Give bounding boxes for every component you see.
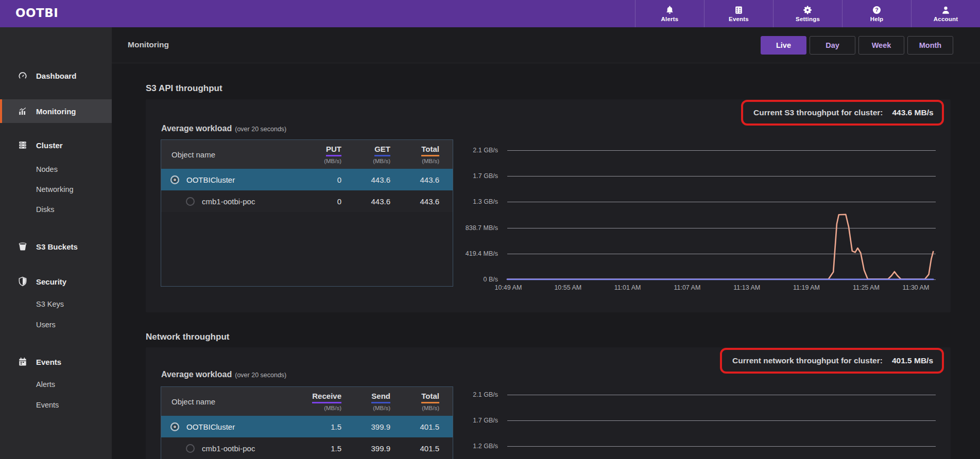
- bell-icon: [665, 5, 675, 15]
- sidebar-item-events-group[interactable]: Events: [0, 350, 112, 374]
- column-unit: (MB/s): [373, 158, 390, 164]
- network-workload-table: Object nameReceive(MB/s)Send(MB/s)Total(…: [161, 386, 453, 459]
- ootbi-logo: OOTBI: [15, 6, 58, 20]
- gauge-icon: [18, 70, 28, 81]
- nav-item-help[interactable]: ?Help: [842, 0, 911, 27]
- s3-x-tick-label: 11:25 AM: [853, 284, 880, 291]
- network-row-cmb1-ootbi-poc[interactable]: cmb1-ootbi-poc1.5399.9401.5: [161, 437, 453, 459]
- sidebar-item-s3-buckets[interactable]: S3 Buckets: [0, 235, 112, 258]
- bucket-icon: [18, 241, 28, 252]
- topbar: Monitoring LiveDayWeekMonth: [112, 27, 980, 63]
- column-receive[interactable]: Receive(MB/s): [306, 392, 355, 411]
- network-current-throughput-badge: Current network throughput for cluster: …: [720, 348, 944, 374]
- s3-y-tick-label: 1.3 GB/s: [435, 198, 498, 205]
- sidebar-item-events-sub[interactable]: Events: [0, 393, 112, 417]
- shield-icon: [18, 276, 28, 287]
- s3-series-s3-throughput-get-total-: [507, 215, 933, 279]
- cell-value: 443.6: [355, 175, 404, 184]
- s3-x-tick-label: 11:01 AM: [614, 284, 641, 291]
- top-nav-items: AlertsEventsSettings?HelpAccount: [635, 0, 980, 27]
- s3-workload-table: Object namePUT(MB/s)GET(MB/s)Total(MB/s)…: [161, 139, 453, 287]
- nav-item-events[interactable]: Events: [704, 0, 773, 27]
- time-range-group: LiveDayWeekMonth: [761, 36, 953, 55]
- object-name: cmb1-ootbi-poc: [202, 444, 255, 453]
- s3-x-tick-label: 11:13 AM: [733, 284, 760, 291]
- network-row-ootbicluster[interactable]: OOTBICluster1.5399.9401.5: [161, 416, 453, 437]
- checklist-icon: [734, 5, 744, 15]
- radio-unselected[interactable]: [186, 444, 195, 453]
- badge-value: 401.5 MB/s: [892, 356, 933, 365]
- sidebar-item-cluster[interactable]: Cluster: [0, 133, 112, 157]
- svg-text:?: ?: [875, 7, 879, 13]
- s3-y-tick-label: 1.7 GB/s: [435, 172, 498, 180]
- s3-y-tick-label: 419.4 MB/s: [435, 250, 498, 257]
- s3-x-tick-label: 11:30 AM: [902, 284, 929, 291]
- workload-subtitle: (over 20 seconds): [235, 372, 286, 379]
- s3-chart-lines: [507, 150, 936, 283]
- calendar-icon: [18, 357, 28, 367]
- sidebar-item-label: Disks: [36, 205, 54, 214]
- network-gridline: [507, 420, 936, 421]
- network-gridline: [507, 395, 936, 395]
- s3-current-throughput-badge: Current S3 throughput for cluster: 443.6…: [741, 100, 944, 126]
- column-put[interactable]: PUT(MB/s): [306, 145, 355, 164]
- sidebar-item-label: Dashboard: [36, 72, 76, 80]
- range-button-live[interactable]: Live: [761, 36, 806, 55]
- s3-table-header: Object namePUT(MB/s)GET(MB/s)Total(MB/s): [161, 140, 453, 169]
- s3-row-ootbicluster[interactable]: OOTBICluster0443.6443.6: [161, 169, 453, 190]
- range-button-day[interactable]: Day: [810, 36, 855, 55]
- breadcrumb: Monitoring: [128, 40, 169, 49]
- radio-selected[interactable]: [170, 422, 179, 431]
- nav-item-account[interactable]: Account: [911, 0, 980, 27]
- column-object-name: Object name: [161, 397, 306, 406]
- radio-unselected[interactable]: [186, 197, 195, 206]
- column-get[interactable]: GET(MB/s): [355, 145, 404, 164]
- badge-label: Current S3 throughput for cluster:: [753, 108, 883, 117]
- sidebar-item-label: S3 Buckets: [36, 242, 78, 251]
- s3-y-tick-label: 2.1 GB/s: [435, 147, 498, 154]
- sidebar-item-label: Cluster: [36, 141, 63, 150]
- range-button-month[interactable]: Month: [907, 36, 953, 55]
- network-gridline: [507, 446, 936, 447]
- badge-value: 443.6 MB/s: [892, 108, 933, 117]
- s3-x-tick-label: 11:19 AM: [793, 284, 820, 291]
- sidebar: DashboardMonitoringClusterNodesNetworkin…: [0, 27, 112, 459]
- cell-value: 443.6: [355, 197, 404, 206]
- object-name: OOTBICluster: [186, 175, 235, 184]
- sidebar-item-monitoring[interactable]: Monitoring: [0, 99, 112, 123]
- sidebar-item-label: S3 Keys: [36, 300, 64, 308]
- sidebar-item-label: Events: [36, 401, 59, 409]
- sidebar-item-disks[interactable]: Disks: [0, 198, 112, 221]
- column-unit: (MB/s): [422, 405, 439, 411]
- cell-value: 1.5: [306, 444, 355, 453]
- column-unit: (MB/s): [324, 405, 341, 411]
- column-object-name: Object name: [161, 150, 306, 159]
- section-title-network: Network throughput: [146, 332, 229, 342]
- network-y-tick-label: 1.7 GB/s: [435, 417, 498, 424]
- column-send[interactable]: Send(MB/s): [355, 392, 404, 411]
- cell-value: 0: [306, 175, 355, 184]
- cell-value: 399.9: [355, 422, 404, 431]
- column-unit: (MB/s): [324, 158, 341, 164]
- radio-selected[interactable]: [170, 175, 179, 184]
- s3-x-tick-label: 11:07 AM: [674, 284, 700, 291]
- server-icon: [18, 140, 28, 150]
- sidebar-item-security[interactable]: Security: [0, 270, 112, 293]
- chart-bars-icon: [18, 106, 28, 116]
- network-table-header: Object nameReceive(MB/s)Send(MB/s)Total(…: [161, 387, 453, 416]
- nav-item-label: Events: [729, 16, 749, 22]
- network-y-tick-label: 1.2 GB/s: [435, 443, 498, 450]
- sidebar-item-label: Events: [36, 358, 61, 366]
- cell-value: 0: [306, 197, 355, 206]
- nav-item-settings[interactable]: Settings: [773, 0, 842, 27]
- s3-y-tick-label: 838.7 MB/s: [435, 224, 498, 232]
- range-button-week[interactable]: Week: [858, 36, 904, 55]
- sidebar-item-users[interactable]: Users: [0, 313, 112, 337]
- nav-item-alerts[interactable]: Alerts: [635, 0, 704, 27]
- s3-row-cmb1-ootbi-poc[interactable]: cmb1-ootbi-poc0443.6443.6: [161, 190, 453, 212]
- workload-subtitle: (over 20 seconds): [235, 126, 286, 133]
- nav-item-label: Help: [870, 16, 884, 22]
- sidebar-item-label: Networking: [36, 185, 74, 193]
- network-workload-title: Average workload(over 20 seconds): [161, 370, 286, 379]
- sidebar-item-dashboard[interactable]: Dashboard: [0, 64, 112, 87]
